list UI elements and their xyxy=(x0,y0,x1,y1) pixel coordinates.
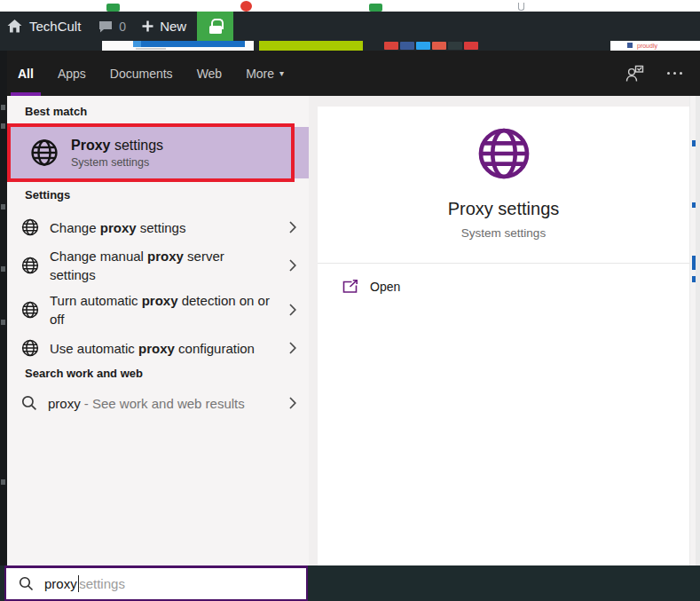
search-tabs: All Apps Documents Web More ▾ xyxy=(18,51,284,96)
chevron-down-icon: ▾ xyxy=(279,68,284,78)
search-icon xyxy=(19,576,34,591)
site-name[interactable]: TechCult xyxy=(29,19,81,34)
share-button[interactable] xyxy=(416,42,430,50)
webpage-text-fragment xyxy=(136,48,166,50)
preview-subtitle: System settings xyxy=(318,226,689,240)
search-suggestion-text: settings xyxy=(79,576,125,591)
preview-card: Proxy settings System settings Open xyxy=(318,107,689,565)
globe-icon xyxy=(21,257,39,274)
tab-documents[interactable]: Documents xyxy=(110,51,173,96)
best-match-header: Best match xyxy=(25,105,87,118)
globe-icon xyxy=(21,339,39,357)
web-result-label: proxy - See work and web results xyxy=(48,394,271,413)
comments-icon[interactable] xyxy=(98,20,113,33)
search-header: All Apps Documents Web More ▾ xyxy=(7,51,700,96)
chevron-right-icon[interactable] xyxy=(289,304,296,316)
share-button[interactable] xyxy=(384,42,398,50)
social-sidebar-fragment xyxy=(1,479,5,485)
ssl-lock-button[interactable] xyxy=(197,12,233,41)
share-button[interactable] xyxy=(448,42,462,50)
tab-apps[interactable]: Apps xyxy=(58,51,86,96)
tab-label: Web xyxy=(197,67,223,81)
lock-icon xyxy=(209,19,222,34)
favicon-red xyxy=(240,1,252,12)
social-sidebar-fragment xyxy=(1,123,5,129)
web-search-result[interactable]: proxy - See work and web results xyxy=(7,391,309,415)
favicon-green xyxy=(106,4,120,12)
settings-result-item[interactable]: Turn automatic proxy detection on or off xyxy=(7,291,309,328)
social-sidebar-fragment xyxy=(1,204,5,210)
screen: TechCult 0 New proudly A xyxy=(0,0,700,601)
search-results-pane: Best match Proxy settings System setting… xyxy=(7,96,309,565)
globe-icon xyxy=(476,126,531,181)
search-header-icons xyxy=(625,51,682,96)
share-button[interactable] xyxy=(432,42,446,50)
open-action[interactable]: Open xyxy=(318,280,689,294)
globe-icon xyxy=(21,301,39,319)
webpage-blue-bar xyxy=(133,41,245,47)
feedback-user-icon[interactable] xyxy=(625,65,644,83)
search-query-text: proxy xyxy=(44,576,77,591)
comment-count: 0 xyxy=(119,20,126,34)
scrollbar-track[interactable] xyxy=(689,96,700,565)
page-fragment xyxy=(692,256,696,270)
best-match-subtitle: System settings xyxy=(71,156,163,169)
chevron-right-icon[interactable] xyxy=(289,221,296,233)
favicon-gray xyxy=(518,3,524,11)
tab-label: All xyxy=(18,67,34,81)
wp-admin-bar: TechCult 0 New xyxy=(0,12,700,41)
page-fragment xyxy=(692,276,696,282)
social-sidebar-fragment xyxy=(1,320,5,325)
web-section-header: Search work and web xyxy=(25,367,143,380)
chevron-right-icon[interactable] xyxy=(289,259,296,272)
search-input[interactable]: proxy settings xyxy=(4,565,308,601)
search-icon xyxy=(21,395,37,411)
more-options-icon[interactable] xyxy=(667,72,682,75)
page-fragment xyxy=(692,202,696,208)
new-button[interactable]: New xyxy=(160,19,186,34)
share-buttons-row xyxy=(384,42,478,50)
preview-title: Proxy settings xyxy=(318,199,689,219)
best-match-result[interactable]: Proxy settings System settings xyxy=(11,127,309,178)
tab-label: Documents xyxy=(110,67,173,81)
social-sidebar-fragment xyxy=(1,105,5,110)
open-label: Open xyxy=(370,280,400,294)
chevron-right-icon[interactable] xyxy=(289,342,296,354)
settings-result-label: Change manual proxy server settings xyxy=(50,247,273,284)
divider xyxy=(318,263,689,264)
webpage-strip: proudly xyxy=(0,41,700,51)
globe-icon xyxy=(30,138,59,167)
settings-result-label: Use automatic proxy configuration xyxy=(50,339,273,358)
share-button[interactable] xyxy=(400,42,414,50)
tab-label: More xyxy=(246,67,274,81)
share-button[interactable] xyxy=(464,42,478,50)
browser-tab-strip xyxy=(0,0,700,12)
tab-label: Apps xyxy=(58,67,86,81)
webpage-text-fragment: proudly xyxy=(637,42,657,50)
preview-pane: Proxy settings System settings Open xyxy=(309,96,689,565)
page-fragment xyxy=(692,140,696,146)
social-sidebar-fragment xyxy=(1,266,5,272)
home-icon[interactable] xyxy=(7,20,22,33)
settings-result-label: Turn automatic proxy detection on or off xyxy=(50,291,273,328)
settings-result-item[interactable]: Change manual proxy server settings xyxy=(7,247,309,284)
best-match-title: Proxy settings xyxy=(71,138,163,154)
webpage-left-edge xyxy=(0,51,7,565)
settings-result-item[interactable]: Change proxy settings xyxy=(7,215,309,240)
settings-results-list: Change proxy settings Change manual prox… xyxy=(7,215,309,360)
plus-icon[interactable] xyxy=(142,20,153,32)
settings-result-label: Change proxy settings xyxy=(50,218,273,237)
settings-result-item[interactable]: Use automatic proxy configuration xyxy=(7,336,309,360)
webpage-green-block xyxy=(259,41,363,51)
open-icon xyxy=(342,280,358,294)
tab-more[interactable]: More ▾ xyxy=(246,51,284,96)
favicon-green xyxy=(369,4,382,12)
chevron-right-icon[interactable] xyxy=(289,397,296,409)
webpage-fragment: proudly xyxy=(610,41,700,51)
tab-all[interactable]: All xyxy=(18,51,34,96)
tab-web[interactable]: Web xyxy=(197,51,223,96)
settings-section-header: Settings xyxy=(25,188,70,202)
facebook-icon xyxy=(627,43,633,48)
globe-icon xyxy=(21,218,39,236)
